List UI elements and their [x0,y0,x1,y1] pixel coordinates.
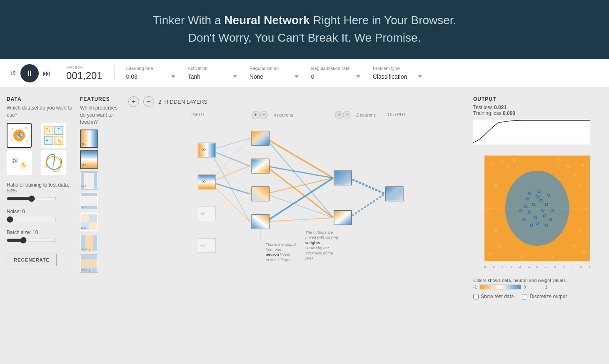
ratio-slider[interactable] [7,195,57,202]
feature-x1[interactable]: X₁ [80,130,98,148]
svg-point-16 [58,140,60,141]
reg-rate-group: Regularization rate 0 0.001 0.003 0.01 0… [311,66,361,81]
svg-rect-38 [89,222,97,230]
feature-row-x1x2: X₁X₂ [80,213,122,231]
noise-section: Noise: 0 [7,209,73,224]
feature-x1sq[interactable]: X₁² [80,171,98,189]
epoch-value: 001,201 [66,70,102,82]
svg-rect-120 [473,120,590,145]
svg-text:-1: -1 [527,265,530,269]
discretize-output-checkbox[interactable]: Discretize output [522,294,567,299]
features-panel-subtitle: Which properties do you want to feed in? [80,105,122,125]
svg-text:0: 0 [536,265,538,269]
show-test-data-input[interactable] [473,294,479,299]
loss-chart [473,120,590,145]
output-panel: OUTPUT Test loss 0.021 Training loss 0.0… [473,96,602,360]
ratio-section: Ratio of training to test data: 50% [7,182,73,204]
output-grid-svg: 6 5 4 3 2 1 0 -1 -2 -3 -4 -5 -6 -6 -5 -4… [473,150,590,274]
dataset-spiral[interactable] [41,150,66,175]
ratio-label: Ratio of training to test data: 50% [7,182,73,194]
svg-rect-43 [89,234,93,251]
discretize-output-input[interactable] [522,294,527,299]
feature-x1x2[interactable]: X₁X₂ [80,213,98,231]
activation-select[interactable]: ReLU Tanh Sigmoid Linear [188,72,238,81]
epoch-label: Epoch [66,65,102,70]
features-panel-title: FEATURES [80,96,122,102]
svg-rect-33 [81,172,97,173]
circle-dataset-icon [8,125,30,146]
reset-button[interactable]: ↺ [10,69,16,78]
scale-min: -1 [473,285,477,289]
svg-point-26 [23,165,25,167]
svg-rect-37 [81,214,89,222]
svg-text:-3: -3 [509,265,513,269]
training-loss-value: 0.000 [503,110,515,116]
feature-row-sinx1: sin(X₁) [80,234,122,252]
svg-point-146 [551,255,554,257]
svg-text:2 neurons: 2 neurons [356,112,376,117]
svg-rect-12 [55,126,63,135]
regularization-select[interactable]: None L1 L2 [250,72,300,81]
dataset-circle[interactable] [7,123,32,148]
svg-point-137 [498,244,501,247]
learning-rate-label: Learning rate [126,66,176,71]
svg-text:INPUT: INPUT [192,112,205,117]
svg-text:from one: from one [266,247,282,252]
svg-point-15 [49,130,50,132]
svg-point-14 [46,128,48,130]
feature-x2[interactable]: X₂ [80,150,98,169]
svg-point-17 [60,141,61,143]
learning-rate-select[interactable]: 0.00001 0.0001 0.001 0.03 0.1 1 3 10 [126,72,176,81]
svg-text:. Hover: . Hover [277,252,291,257]
learning-rate-group: Learning rate 0.00001 0.0001 0.001 0.03 … [126,66,176,81]
pause-button[interactable]: ⏸ [20,64,39,82]
data-panel-subtitle: Which dataset do you want to use? [7,105,73,119]
spiral-dataset-icon [43,152,65,174]
svg-line-80 [349,194,385,217]
test-loss-label: Test loss [473,105,493,110]
feature-sinx2[interactable]: sin(X₂) [80,254,98,273]
regularization-label: Regularization [250,66,300,71]
svg-text:4 neurons: 4 neurons [274,112,293,117]
regenerate-button[interactable]: REGENERATE [7,254,57,266]
show-test-data-checkbox[interactable]: Show test data [473,294,514,299]
remove-layer-button[interactable]: − [143,96,154,107]
training-loss-line: Training loss 0.000 [473,110,602,116]
svg-point-4 [11,140,12,141]
svg-rect-106 [386,187,403,200]
activation-group: Activation ReLU Tanh Sigmoid Linear [188,66,238,81]
problem-type-select[interactable]: Classification Regression [373,72,423,81]
feature-row-x1sq: X₁² [80,171,122,189]
dataset-gauss[interactable] [7,150,32,175]
epoch-section: Epoch 001,201 [66,65,102,82]
svg-rect-94 [252,132,269,145]
batch-slider[interactable] [7,237,57,244]
svg-point-131 [489,252,491,254]
svg-text:OUTPUT: OUTPUT [388,112,406,117]
svg-point-27 [22,163,24,165]
svg-text:X₂: X₂ [202,179,207,184]
scale-mid: 0 [524,285,526,289]
discretize-output-label: Discretize output [529,294,567,299]
reg-rate-label: Regularization rate [311,66,361,71]
step-button[interactable]: ⏭ [43,69,50,78]
add-layer-button[interactable]: + [128,96,139,107]
feature-x2sq[interactable]: X₂² [80,192,98,210]
svg-line-66 [210,150,250,222]
dataset-xor[interactable] [41,123,66,148]
problem-type-group: Problem type Classification Regression [373,66,423,81]
feature-sinx1[interactable]: sin(X₁) [80,234,98,252]
noise-slider[interactable] [7,216,57,223]
svg-point-5 [26,140,27,142]
data-panel: DATA Which dataset do you want to use? [7,96,73,360]
svg-point-140 [559,158,561,160]
reg-rate-select[interactable]: 0 0.001 0.003 0.01 0.03 0.1 0.3 1 3 10 [311,72,361,81]
svg-line-63 [210,138,250,150]
svg-text:+: + [337,112,341,118]
svg-rect-44 [93,234,97,251]
svg-text:This is the output: This is the output [266,242,296,247]
test-loss-value: 0.021 [494,105,507,110]
svg-point-7 [17,133,18,135]
toolbar: ↺ ⏸ ⏭ Epoch 001,201 Learning rate 0.0000… [0,59,609,88]
svg-text:to see it larger.: to see it larger. [266,257,292,262]
